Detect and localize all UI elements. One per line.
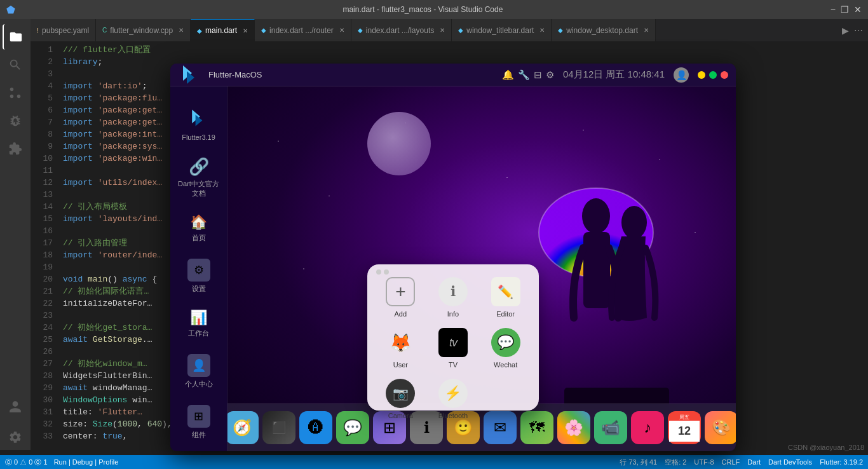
tv-icon: tv [438, 328, 468, 357]
activity-extensions[interactable] [3, 136, 28, 161]
indentation[interactable]: 空格: 2 [665, 458, 686, 467]
tab-index-router[interactable]: ◆ index.dart .../router ✕ [255, 19, 351, 41]
tab-index-layouts[interactable]: ◆ index.dart .../layouts ✕ [351, 19, 452, 41]
close-button[interactable]: ✕ [854, 4, 862, 15]
split-icon[interactable]: ⋯ [854, 25, 863, 36]
flutter-close-button[interactable] [721, 71, 728, 79]
popup-item-bluetooth[interactable]: ⚡ Bluetooth [428, 374, 479, 423]
editor-icon-wrap: ✏️ [490, 276, 522, 308]
tab-index-layouts-label: index.dart .../layouts [366, 26, 434, 35]
dart-router-icon: ◆ [261, 27, 266, 34]
activity-bar [0, 19, 31, 450]
moon-decoration [367, 112, 431, 175]
flutter-maximize-button[interactable] [709, 71, 717, 79]
user-avatar[interactable]: 👤 [674, 67, 689, 83]
wrench-icon[interactable]: 🔧 [518, 69, 530, 81]
sidebar-workbench[interactable]: 📊 工作台 [175, 303, 222, 344]
cursor-position[interactable]: 行 73, 列 41 [620, 458, 657, 467]
editor-icon: ✏️ [491, 277, 520, 306]
activity-search[interactable] [3, 52, 28, 78]
flutter-sidebar: Flutter3.19 🔗 Dart中文官方文档 🏠 首页 ⚙ 设置 📊 工作台 [170, 86, 227, 451]
status-left: ⓪ 0 △ 0 ⓪ 1 Run | Debug | Profile [0, 458, 123, 467]
svg-point-8 [621, 206, 647, 239]
tab-pubspec[interactable]: ! pubspec.yaml [31, 19, 96, 41]
tab-window-desktop[interactable]: ◆ window_desktop.dart ✕ [552, 19, 656, 41]
encoding[interactable]: UTF-8 [694, 458, 714, 466]
editor-label: Editor [496, 310, 515, 318]
activity-account[interactable] [3, 394, 28, 419]
gear-icon[interactable]: ⚙ [546, 69, 554, 81]
flutter-popup-grid: + Add ℹ Info ✏️ Editor [367, 264, 539, 411]
popup-item-empty [480, 374, 531, 423]
dock-music[interactable]: ♪ [631, 411, 664, 444]
dock-calendar[interactable]: 周五 12 [668, 411, 701, 444]
csdn-watermark: CSDN @xiaoyuan_2018 [788, 444, 864, 451]
tab-flutter-window[interactable]: C flutter_window.cpp ✕ [96, 19, 191, 41]
activity-debug[interactable] [3, 108, 28, 133]
flutter-minimize-button[interactable] [698, 71, 705, 79]
flutter-version[interactable]: Flutter: 3.19.2 [820, 458, 863, 466]
dock-facetime[interactable]: 📹 [594, 411, 627, 444]
run-debug-profile[interactable]: Run | Debug | Profile [54, 458, 119, 466]
activity-explorer[interactable] [3, 24, 28, 50]
dock-photos[interactable]: 🌸 [557, 411, 590, 444]
flutter-main-content: + Add ℹ Info ✏️ Editor [227, 86, 736, 451]
popup-item-tv[interactable]: tv TV [428, 323, 479, 372]
flutter-app-window[interactable]: Flutter-MacOS 🔔 🔧 ⊟ ⚙ 04月12日 周五 10:48:41… [170, 64, 736, 451]
tab-window-titlebar-label: window_titlebar.dart [466, 26, 534, 35]
restore-button[interactable]: ❐ [841, 4, 849, 15]
window-title: main.dart - flutter3_macos - Visual Stud… [15, 5, 831, 14]
popup-item-wechat[interactable]: 💬 Wechat [480, 323, 531, 372]
dock-safari[interactable]: 🧭 [227, 411, 259, 444]
tab-window-desktop-close[interactable]: ✕ [644, 27, 649, 34]
sidebar-flutter-logo[interactable]: Flutter3.19 [175, 99, 222, 147]
activity-git[interactable] [3, 80, 28, 105]
sidebar-personal[interactable]: 👤 个人中心 [175, 348, 222, 395]
popup-item-info[interactable]: ℹ Info [428, 272, 479, 322]
tab-main-dart[interactable]: ◆ main.dart ✕ [191, 19, 255, 41]
sidebar-settings[interactable]: ⚙ 设置 [175, 252, 222, 300]
pubspec-icon: ! [37, 27, 39, 34]
flutter-window-title: Flutter-MacOS [208, 70, 497, 79]
sidebar-home[interactable]: 🏠 首页 [175, 208, 222, 249]
dock-appstore[interactable]: 🅐 [299, 411, 332, 444]
tab-window-titlebar-close[interactable]: ✕ [539, 27, 545, 34]
sidebar-about[interactable]: ℹ️ 关于 [175, 449, 222, 451]
dart-docs-icon: 🔗 [189, 157, 209, 177]
dart-devtools[interactable]: Dart DevTools [768, 458, 812, 466]
popup-item-user[interactable]: 🦊 User [375, 323, 426, 372]
sidebar-components[interactable]: ⊞ 组件 [175, 398, 222, 446]
popup-item-editor[interactable]: ✏️ Editor [480, 272, 531, 322]
bluetooth-label: Bluetooth [438, 412, 468, 419]
popup-dots [376, 269, 389, 275]
sidebar-dart-docs[interactable]: 🔗 Dart中文官方文档 [175, 151, 222, 205]
dock-colorful[interactable]: 🎨 [705, 411, 736, 444]
run-icon[interactable]: ▶ [842, 25, 849, 36]
tab-window-titlebar[interactable]: ◆ window_titlebar.dart ✕ [452, 19, 552, 41]
popup-item-add[interactable]: + Add [375, 272, 426, 322]
svg-point-1 [17, 95, 21, 99]
tab-index-layouts-close[interactable]: ✕ [440, 27, 445, 34]
settings-label: 设置 [192, 284, 206, 294]
flutter-logo-label: Flutter3.19 [182, 133, 215, 141]
tab-index-router-close[interactable]: ✕ [339, 27, 344, 34]
git-status[interactable]: ⓪ 0 △ 0 ⓪ 1 [5, 458, 48, 467]
panel-icon[interactable]: ⊟ [534, 69, 542, 81]
activity-settings[interactable] [3, 425, 28, 450]
language-mode[interactable]: Dart [747, 458, 761, 466]
minimize-button[interactable]: − [831, 4, 836, 15]
dock-messages[interactable]: 💬 [336, 411, 369, 444]
eol[interactable]: CRLF [722, 458, 740, 466]
svg-point-2 [10, 95, 14, 99]
tv-label: TV [449, 361, 458, 369]
tab-main-dart-close[interactable]: ✕ [243, 27, 248, 34]
couple-silhouette [545, 191, 685, 413]
tab-flutter-window-label: flutter_window.cpp [110, 26, 173, 35]
flutter-logo-small [178, 64, 203, 88]
statusbar: ⓪ 0 △ 0 ⓪ 1 Run | Debug | Profile 行 73, … [0, 455, 868, 469]
bell-icon[interactable]: 🔔 [502, 69, 514, 81]
flutter3-logo-icon [187, 107, 210, 130]
dock-launchpad[interactable]: ⬛ [262, 411, 295, 444]
popup-item-camera[interactable]: 📷 Camera [375, 374, 426, 423]
tab-flutter-window-close[interactable]: ✕ [179, 27, 184, 34]
